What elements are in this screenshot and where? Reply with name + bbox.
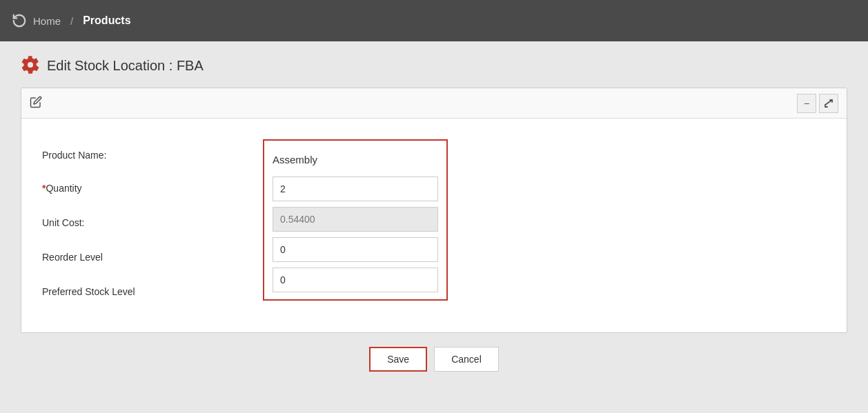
red-input-panel: Assembly [263, 139, 448, 301]
form-card: − Product Name: [21, 88, 847, 333]
reorder-level-input[interactable] [273, 237, 438, 262]
preferred-stock-label: Preferred Stock Level [42, 274, 263, 309]
preferred-stock-input[interactable] [273, 268, 438, 292]
page-title: Edit Stock Location : FBA [47, 58, 204, 74]
toolbar-left [30, 96, 42, 110]
quantity-label: *Quantity [42, 171, 263, 205]
product-name-label: Product Name: [42, 139, 263, 171]
quantity-input[interactable] [273, 177, 438, 201]
product-name-value: Assembly [273, 151, 317, 168]
gear-icon [21, 55, 40, 77]
form-grid: Product Name: *Quantity Unit Cost: Reord… [42, 132, 826, 316]
minimize-button[interactable]: − [797, 94, 816, 113]
cancel-button[interactable]: Cancel [434, 347, 499, 372]
toolbar-right: − [797, 94, 838, 113]
edit-icon[interactable] [30, 96, 42, 110]
unit-cost-input [273, 207, 438, 232]
nav-home-link[interactable]: Home [33, 15, 61, 27]
expand-button[interactable] [819, 94, 838, 113]
refresh-icon[interactable] [11, 12, 28, 29]
save-button[interactable]: Save [369, 347, 427, 372]
main-content: Edit Stock Location : FBA − [0, 41, 868, 385]
form-body: Product Name: *Quantity Unit Cost: Reord… [21, 119, 847, 332]
form-toolbar: − [21, 88, 847, 119]
labels-column: Product Name: *Quantity Unit Cost: Reord… [42, 139, 263, 309]
action-buttons: Save Cancel [21, 347, 847, 372]
nav-current-page: Products [83, 14, 130, 27]
page-title-row: Edit Stock Location : FBA [21, 55, 847, 77]
reorder-level-label: Reorder Level [42, 240, 263, 274]
unit-cost-label: Unit Cost: [42, 205, 263, 240]
breadcrumb-separator: / [70, 15, 73, 27]
nav-bar: Home / Products [0, 0, 868, 41]
